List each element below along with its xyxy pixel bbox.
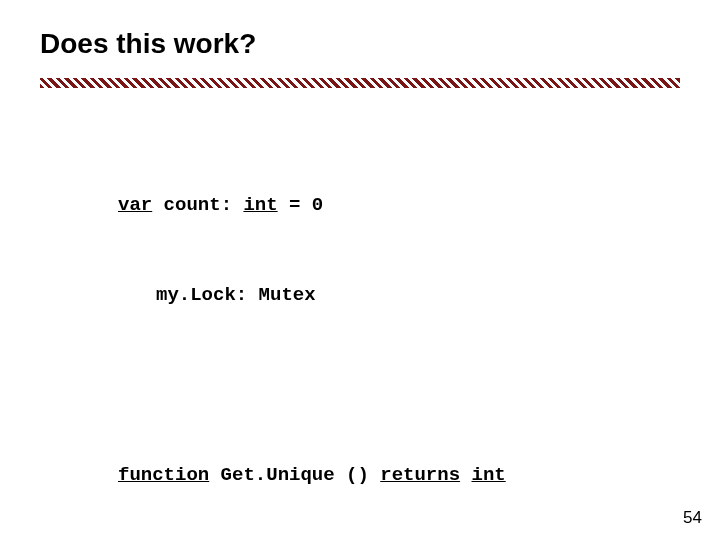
code-line-1: var count: int = 0 bbox=[118, 190, 506, 220]
keyword-returns: returns bbox=[380, 464, 460, 486]
divider bbox=[40, 78, 680, 88]
page-number: 54 bbox=[683, 508, 702, 528]
keyword-int: int bbox=[471, 464, 505, 486]
code-block: var count: int = 0 my.Lock: Mutex functi… bbox=[118, 130, 506, 540]
code-text: Get.Unique () bbox=[209, 464, 380, 486]
keyword-var: var bbox=[118, 194, 152, 216]
blank-line bbox=[118, 370, 506, 400]
code-text: = 0 bbox=[278, 194, 324, 216]
keyword-int: int bbox=[243, 194, 277, 216]
code-text bbox=[460, 464, 471, 486]
slide-title: Does this work? bbox=[40, 28, 256, 60]
code-line-2: my.Lock: Mutex bbox=[156, 280, 506, 310]
code-text: count: bbox=[152, 194, 243, 216]
keyword-function: function bbox=[118, 464, 209, 486]
slide: Does this work? var count: int = 0 my.Lo… bbox=[0, 0, 720, 540]
code-line-3: function Get.Unique () returns int bbox=[118, 460, 506, 490]
